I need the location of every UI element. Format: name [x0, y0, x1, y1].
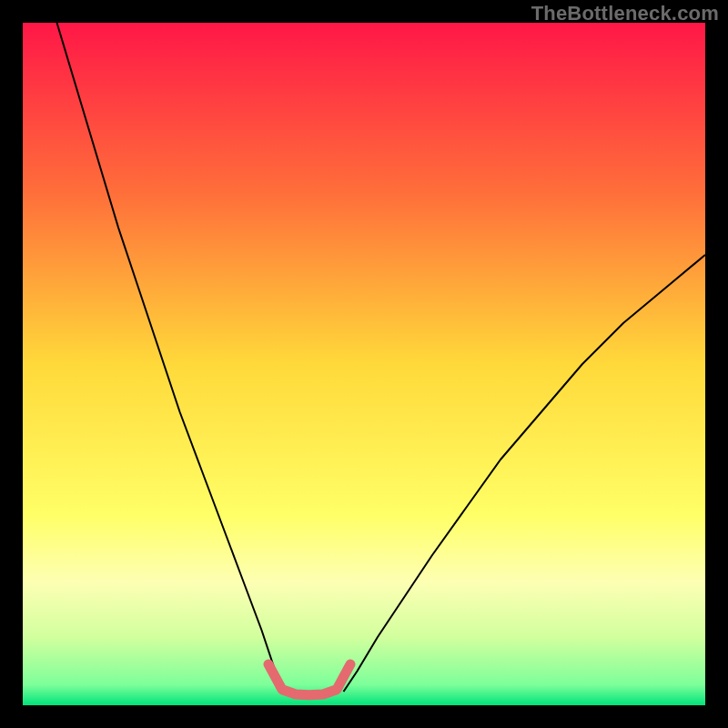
chart-plot-area [23, 23, 705, 705]
chart-background [23, 23, 705, 705]
watermark-text: TheBottleneck.com [531, 2, 719, 25]
chart-svg [23, 23, 705, 705]
chart-frame: TheBottleneck.com [0, 0, 728, 728]
